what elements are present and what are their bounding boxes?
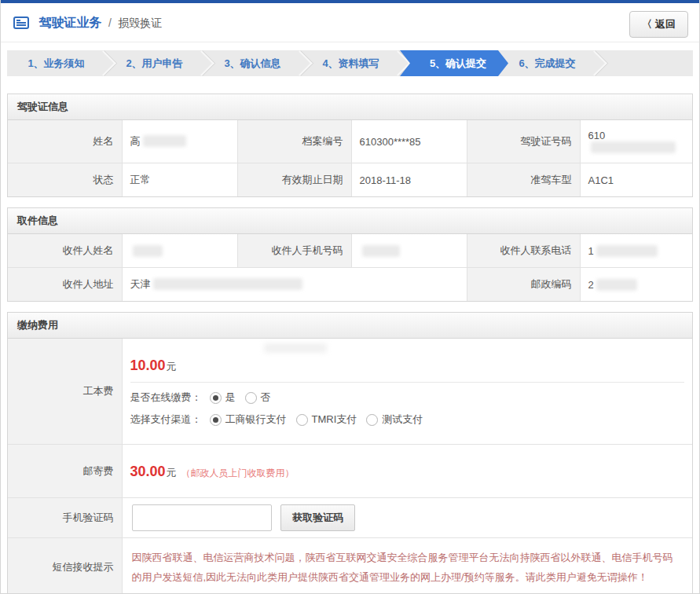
field-value-vehicle-class: A1C1 xyxy=(580,163,692,197)
field-value-file-number: 610300****85 xyxy=(351,120,467,163)
field-value-recipient-name xyxy=(122,234,237,268)
step-3-confirm-info[interactable]: 3、确认信息 xyxy=(203,50,302,76)
radio-channel-icbc[interactable] xyxy=(210,414,222,426)
page-header: 驾驶证业务 / 损毁换证 〈返回 xyxy=(1,3,699,42)
table-row: 姓名 高 档案编号 610300****85 驾驶证号码 610 xyxy=(8,120,692,163)
redaction-blur xyxy=(133,245,163,257)
redaction-blur xyxy=(264,343,327,353)
redaction-blur xyxy=(143,135,186,147)
page-title: 驾驶证业务 xyxy=(38,16,101,29)
sms-code-input[interactable] xyxy=(132,504,272,531)
sms-notice-cell: 因陕西省联通、电信运营商技术问题，陕西省互联网交通安全综合服务管理平台无法向持陕… xyxy=(122,538,692,594)
pay-channel-option-row: 选择支付渠道： 工商银行支付 TMRI支付 测试支付 xyxy=(130,412,685,427)
field-value-recipient-phone: 1 xyxy=(580,234,692,268)
back-button[interactable]: 〈返回 xyxy=(629,11,688,38)
table-row: 收件人姓名 收件人手机号码 收件人联系电话 1 xyxy=(8,234,692,268)
step-label: 6、完成提交 xyxy=(519,57,575,71)
back-chevron-icon: 〈 xyxy=(642,18,652,30)
back-button-label: 返回 xyxy=(655,18,676,30)
section-title: 取件信息 xyxy=(8,208,692,234)
field-label: 姓名 xyxy=(8,120,122,163)
radio-channel-tmri[interactable] xyxy=(296,414,308,426)
field-value-postcode: 2 xyxy=(580,268,692,302)
step-4-fill-materials[interactable]: 4、资料填写 xyxy=(302,50,400,76)
field-label: 邮寄费 xyxy=(8,445,122,498)
field-label: 收件人手机号码 xyxy=(237,234,351,268)
radio-label: 测试支付 xyxy=(382,412,423,427)
redaction-blur xyxy=(596,245,658,257)
table-row: 状态 正常 有效期止日期 2018-11-18 准驾车型 A1C1 xyxy=(8,163,692,197)
step-1-business-notes[interactable]: 1、业务须知 xyxy=(7,50,105,76)
field-label: 准驾车型 xyxy=(467,163,580,197)
radio-label: TMRI支付 xyxy=(312,412,357,427)
radio-channel-test[interactable] xyxy=(366,414,378,426)
redaction-blur xyxy=(596,279,637,291)
fee-detail-cell: 10.00元 是否在线缴费： 是 否 选择支付渠道： 工商银行支付 TMRI支付… xyxy=(122,339,692,445)
field-label: 收件人姓名 xyxy=(8,234,122,268)
license-info-section: 驾驶证信息 姓名 高 档案编号 610300****85 驾驶证号码 610 状… xyxy=(7,94,693,197)
fee-amount-line: 10.00元 xyxy=(130,348,685,382)
step-2-user-declaration[interactable]: 2、用户申告 xyxy=(105,50,203,76)
field-value-status: 正常 xyxy=(122,163,237,197)
sms-notice-text: 因陕西省联通、电信运营商技术问题，陕西省互联网交通安全综合服务管理平台无法向持陕… xyxy=(132,546,684,589)
get-code-button[interactable]: 获取验证码 xyxy=(280,504,355,531)
step-label: 3、确认信息 xyxy=(224,57,280,71)
page: 驾驶证业务 / 损毁换证 〈返回 1、业务须知 2、用户申告 3、确认信息 4、… xyxy=(0,0,700,594)
field-value-expiry-date: 2018-11-18 xyxy=(351,163,467,197)
table-row: 手机验证码 获取验证码 xyxy=(8,498,692,538)
fee-unit: 元 xyxy=(167,361,177,372)
step-label: 4、资料填写 xyxy=(322,57,379,71)
field-label: 短信接收提示 xyxy=(8,538,122,594)
field-value-license-number: 610 xyxy=(580,120,692,163)
redaction-blur xyxy=(591,141,676,153)
step-progress-bar: 1、业务须知 2、用户申告 3、确认信息 4、资料填写 5、确认提交 6、完成提… xyxy=(7,50,693,76)
field-label: 驾驶证号码 xyxy=(467,120,580,163)
step-5-confirm-submit[interactable]: 5、确认提交 xyxy=(400,50,508,76)
payment-table: 工本费 10.00元 是否在线缴费： 是 否 选择支付渠道： 工商银行支付 TM… xyxy=(8,339,692,594)
field-value-recipient-address: 天津 xyxy=(122,268,467,302)
radio-online-yes[interactable] xyxy=(210,392,222,404)
step-6-complete-submit[interactable]: 6、完成提交 xyxy=(498,50,596,76)
online-pay-option-row: 是否在线缴费： 是 否 xyxy=(130,390,685,405)
breadcrumb-current: 损毁换证 xyxy=(118,16,162,29)
postage-unit: 元 xyxy=(167,467,177,478)
online-pay-label: 是否在线缴费： xyxy=(130,390,202,405)
step-label: 5、确认提交 xyxy=(430,57,486,71)
field-label: 有效期止日期 xyxy=(237,163,351,197)
breadcrumb-separator: / xyxy=(108,16,112,29)
radio-label: 是 xyxy=(225,390,236,405)
field-label: 档案编号 xyxy=(237,120,351,163)
license-info-table: 姓名 高 档案编号 610300****85 驾驶证号码 610 状态 正常 有… xyxy=(8,120,692,196)
step-label: 1、业务须知 xyxy=(27,57,84,71)
pay-channel-label: 选择支付渠道： xyxy=(130,412,202,427)
postage-amount-line: 30.00元（邮政人员上门收取费用） xyxy=(130,454,685,488)
pickup-info-table: 收件人姓名 收件人手机号码 收件人联系电话 1 收件人地址 天津 邮政编码 2 xyxy=(8,234,692,301)
table-row: 短信接收提示 因陕西省联通、电信运营商技术问题，陕西省互联网交通安全综合服务管理… xyxy=(8,538,692,594)
table-row: 邮寄费 30.00元（邮政人员上门收取费用） xyxy=(8,445,692,498)
radio-online-no[interactable] xyxy=(245,392,257,404)
sms-code-cell: 获取验证码 xyxy=(122,498,692,538)
field-label: 收件人联系电话 xyxy=(467,234,580,268)
pickup-info-section: 取件信息 收件人姓名 收件人手机号码 收件人联系电话 1 收件人地址 天津 邮政… xyxy=(7,207,693,302)
field-value-recipient-mobile xyxy=(351,234,467,268)
field-label: 收件人地址 xyxy=(8,268,122,302)
step-label: 2、用户申告 xyxy=(126,57,182,71)
field-label: 状态 xyxy=(8,163,122,197)
postage-cell: 30.00元（邮政人员上门收取费用） xyxy=(122,445,692,498)
redaction-blur xyxy=(362,245,400,257)
radio-label: 工商银行支付 xyxy=(225,412,287,427)
steps-filler xyxy=(596,50,693,76)
radio-label: 否 xyxy=(261,390,271,405)
table-row: 收件人地址 天津 邮政编码 2 xyxy=(8,268,692,302)
field-label: 工本费 xyxy=(8,339,122,445)
postage-amount: 30.00 xyxy=(130,464,166,479)
divider xyxy=(130,382,685,383)
fee-amount: 10.00 xyxy=(130,358,166,373)
license-list-icon xyxy=(13,16,29,32)
section-title: 缴纳费用 xyxy=(8,313,692,339)
table-row: 工本费 10.00元 是否在线缴费： 是 否 选择支付渠道： 工商银行支付 TM… xyxy=(8,339,692,445)
field-label: 邮政编码 xyxy=(467,268,580,302)
postage-note: （邮政人员上门收取费用） xyxy=(181,468,295,478)
field-value-name: 高 xyxy=(122,120,237,163)
field-label: 手机验证码 xyxy=(8,498,122,538)
